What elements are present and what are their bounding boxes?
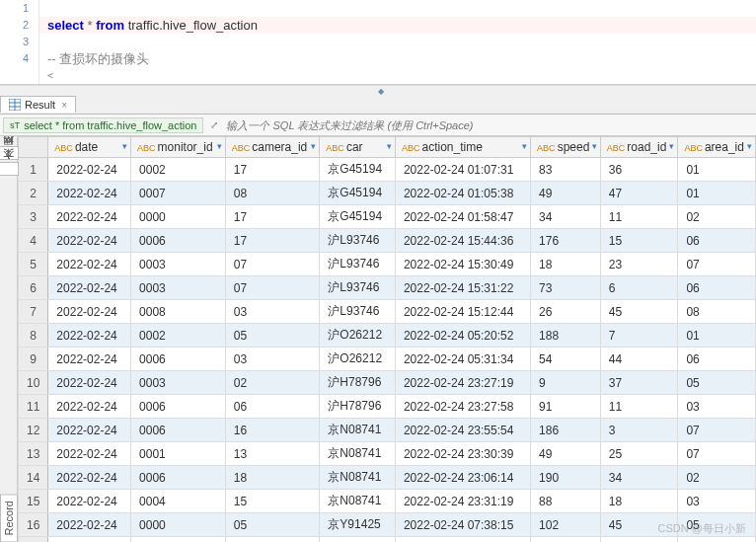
cell[interactable]: 2022-02-24 — [48, 300, 131, 324]
cell[interactable]: 17 — [225, 229, 320, 253]
cell[interactable]: 京N08741 — [320, 490, 396, 513]
table-row[interactable]: 12022-02-24000217京G451942022-02-24 01:07… — [19, 158, 756, 182]
cell[interactable]: 17 — [225, 158, 320, 182]
cell[interactable]: 2022-02-24 — [48, 158, 131, 182]
cell[interactable]: 18 — [225, 466, 320, 490]
cell[interactable]: 15 — [225, 490, 320, 513]
cell[interactable]: 47 — [600, 182, 678, 205]
cell[interactable]: 2022-02-24 — [48, 182, 131, 205]
cell[interactable]: 07 — [225, 276, 320, 300]
cell[interactable]: 京Y91425 — [320, 537, 396, 543]
rownum-cell[interactable]: 4 — [19, 229, 48, 253]
cell[interactable]: 2022-02-24 — [48, 466, 131, 490]
cell[interactable]: 01 — [678, 158, 756, 182]
cell[interactable]: 0000 — [131, 205, 226, 229]
tab-text-view[interactable]: 文本 — [0, 162, 19, 176]
table-row[interactable]: 42022-02-24000617沪L937462022-02-24 15:44… — [19, 229, 756, 253]
cell[interactable]: 2022-02-24 — [48, 348, 131, 371]
rownum-cell[interactable]: 17 — [19, 537, 48, 543]
rownum-cell[interactable]: 2 — [19, 182, 48, 205]
table-row[interactable]: 142022-02-24000618京N087412022-02-24 23:0… — [19, 466, 756, 490]
col-speed[interactable]: ABCspeed▾ — [531, 137, 601, 158]
table-row[interactable]: 62022-02-24000307沪L937462022-02-24 15:31… — [19, 276, 756, 300]
cell[interactable]: 0006 — [131, 395, 226, 419]
cell[interactable]: 05 — [225, 537, 320, 543]
cell[interactable]: 18 — [531, 253, 601, 276]
cell[interactable]: 49 — [531, 182, 601, 205]
table-row[interactable]: 102022-02-24000302沪H787962022-02-24 23:2… — [19, 371, 756, 395]
cell[interactable]: 沪L93746 — [320, 300, 396, 324]
sort-icon[interactable]: ▾ — [311, 141, 316, 151]
cell[interactable]: 44 — [600, 348, 678, 371]
cell[interactable]: 73 — [531, 276, 601, 300]
table-row[interactable]: 22022-02-24000708京G451942022-02-24 01:05… — [19, 182, 756, 205]
rownum-cell[interactable]: 12 — [19, 419, 48, 442]
cell[interactable]: 2022-02-24 — [48, 276, 131, 300]
cell[interactable]: 16 — [225, 419, 320, 442]
cell[interactable]: 2022-02-24 15:44:36 — [395, 229, 530, 253]
table-row[interactable]: 122022-02-24000616京N087412022-02-24 23:5… — [19, 419, 756, 442]
sort-icon[interactable]: ▾ — [592, 141, 597, 151]
split-handle-icon[interactable]: ◆ — [378, 87, 384, 96]
cell[interactable]: 03 — [225, 300, 320, 324]
cell[interactable]: 2022-02-24 — [48, 205, 131, 229]
col-car[interactable]: ABCcar▾ — [320, 137, 396, 158]
cell[interactable]: 07 — [678, 419, 756, 442]
cell[interactable]: 0003 — [131, 253, 226, 276]
cell[interactable]: 2022-02-24 — [48, 253, 131, 276]
cell[interactable]: 2022-02-24 23:27:19 — [395, 371, 530, 395]
cell[interactable]: 0003 — [131, 276, 226, 300]
cell[interactable]: 3 — [600, 419, 678, 442]
tab-record[interactable]: Record — [0, 494, 18, 542]
code-caret[interactable]: < — [39, 67, 53, 84]
cell[interactable]: 11 — [600, 395, 678, 419]
cell[interactable]: 2022-02-24 15:30:49 — [395, 253, 530, 276]
cell[interactable]: 2022-02-24 07:38:15 — [395, 513, 530, 537]
cell[interactable]: 0002 — [131, 324, 226, 348]
cell[interactable]: 0004 — [131, 490, 226, 513]
cell[interactable]: 25 — [600, 442, 678, 466]
rownum-cell[interactable]: 1 — [19, 158, 48, 182]
cell[interactable]: 07 — [225, 253, 320, 276]
col-camera_id[interactable]: ABCcamera_id▾ — [225, 137, 320, 158]
cell[interactable]: 01 — [678, 182, 756, 205]
code-line-3[interactable] — [39, 34, 47, 50]
cell[interactable]: 08 — [225, 182, 320, 205]
cell[interactable]: 2022-02-24 — [48, 490, 131, 513]
table-row[interactable]: 172022-02-24000805京Y914252022-02-24 07:1… — [19, 537, 756, 543]
cell[interactable]: 京N08741 — [320, 466, 396, 490]
cell[interactable]: 京G45194 — [320, 158, 396, 182]
cell[interactable]: 102 — [531, 513, 601, 537]
cell[interactable]: 2022-02-24 05:31:34 — [395, 348, 530, 371]
cell[interactable]: 91 — [531, 395, 601, 419]
cell[interactable]: 沪O26212 — [320, 324, 396, 348]
cell[interactable]: 01 — [678, 324, 756, 348]
rownum-header[interactable] — [19, 137, 48, 158]
cell[interactable]: 2022-02-24 01:05:38 — [395, 182, 530, 205]
cell[interactable]: 2022-02-24 23:55:54 — [395, 419, 530, 442]
cell[interactable]: 05 — [678, 371, 756, 395]
cell[interactable]: 6 — [600, 276, 678, 300]
cell[interactable]: 34 — [531, 205, 601, 229]
cell[interactable]: 06 — [678, 276, 756, 300]
cell[interactable]: 0006 — [131, 466, 226, 490]
table-row[interactable]: 92022-02-24000603沪O262122022-02-24 05:31… — [19, 348, 756, 371]
cell[interactable]: 京N08741 — [320, 442, 396, 466]
rownum-cell[interactable]: 14 — [19, 466, 48, 490]
cell[interactable]: 08 — [678, 300, 756, 324]
rownum-cell[interactable]: 15 — [19, 490, 48, 513]
cell[interactable]: 2022-02-24 — [48, 537, 131, 543]
cell[interactable]: 155 — [531, 537, 601, 543]
cell[interactable]: 京G45194 — [320, 182, 396, 205]
cell[interactable]: 2022-02-24 23:31:19 — [395, 490, 530, 513]
cell[interactable]: 05 — [225, 513, 320, 537]
sql-editor[interactable]: 1 2 select * from traffic.hive_flow_acti… — [0, 0, 756, 85]
cell[interactable]: 49 — [531, 442, 601, 466]
cell[interactable]: 13 — [225, 442, 320, 466]
sort-icon[interactable]: ▾ — [669, 141, 674, 151]
table-row[interactable]: 162022-02-24000005京Y914252022-02-24 07:3… — [19, 513, 756, 537]
cell[interactable]: 0000 — [131, 513, 226, 537]
cell[interactable]: 83 — [531, 158, 601, 182]
cell[interactable]: 京N08741 — [320, 419, 396, 442]
cell[interactable]: 37 — [600, 371, 678, 395]
